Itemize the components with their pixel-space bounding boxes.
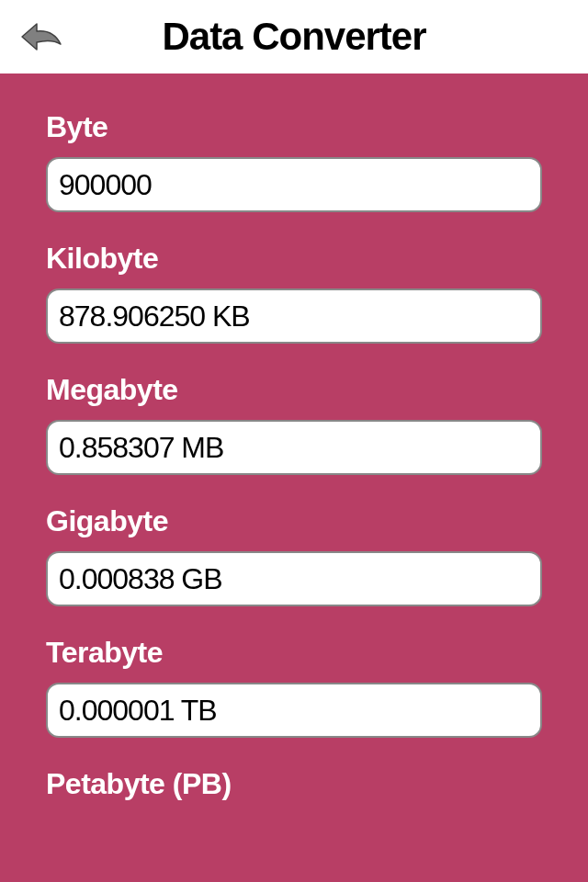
page-title: Data Converter <box>15 15 573 59</box>
field-label: Gigabyte <box>46 504 542 538</box>
megabyte-input[interactable] <box>46 420 542 475</box>
field-label: Terabyte <box>46 636 542 670</box>
gigabyte-input[interactable] <box>46 551 542 606</box>
field-group-kilobyte: Kilobyte <box>46 242 542 344</box>
content-area: Byte Kilobyte Megabyte Gigabyte Terabyte… <box>0 74 588 882</box>
kilobyte-input[interactable] <box>46 288 542 344</box>
field-label: Petabyte (PB) <box>46 767 542 801</box>
field-group-petabyte: Petabyte (PB) <box>46 767 542 801</box>
field-group-gigabyte: Gigabyte <box>46 504 542 606</box>
field-group-byte: Byte <box>46 110 542 212</box>
field-label: Megabyte <box>46 373 542 407</box>
terabyte-input[interactable] <box>46 683 542 738</box>
byte-input[interactable] <box>46 157 542 212</box>
back-arrow-icon[interactable] <box>18 18 64 55</box>
header: Data Converter <box>0 0 588 74</box>
field-label: Byte <box>46 110 542 144</box>
field-group-terabyte: Terabyte <box>46 636 542 738</box>
field-group-megabyte: Megabyte <box>46 373 542 475</box>
field-label: Kilobyte <box>46 242 542 276</box>
